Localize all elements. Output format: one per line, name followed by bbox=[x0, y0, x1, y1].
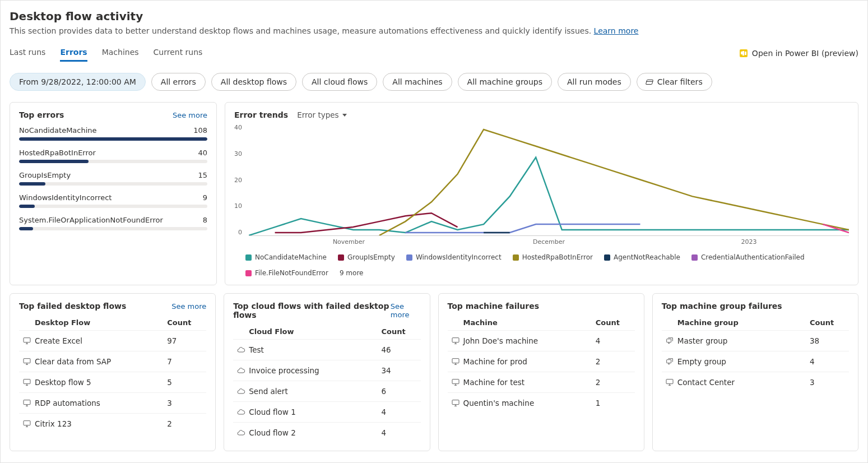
error-count: 108 bbox=[193, 126, 207, 135]
failed-desktop-see-more[interactable]: See more bbox=[171, 302, 206, 311]
legend-label: WindowsIdentityIncorrect bbox=[416, 253, 502, 261]
row-count: 4 bbox=[810, 357, 849, 366]
col-header: Desktop Flow bbox=[19, 318, 167, 327]
error-item[interactable]: NoCandidateMachine108 bbox=[19, 126, 207, 141]
error-item[interactable]: System.FileOrApplicationNotFoundError8 bbox=[19, 216, 207, 230]
table-row[interactable]: RDP automations3 bbox=[19, 392, 206, 413]
table-row[interactable]: Cloud flow 14 bbox=[233, 401, 420, 422]
row-name: Cloud flow 2 bbox=[249, 428, 381, 437]
tab-current-runs[interactable]: Current runs bbox=[154, 44, 203, 62]
error-bar bbox=[19, 137, 207, 141]
monitor-icon bbox=[451, 399, 460, 408]
error-item[interactable]: GroupIsEmpty15 bbox=[19, 171, 207, 186]
legend-item[interactable]: HostedRpaBotInError bbox=[513, 253, 593, 261]
row-count: 5 bbox=[167, 378, 206, 387]
row-count: 4 bbox=[382, 408, 421, 416]
table-row[interactable]: Quentin's machine1 bbox=[448, 392, 635, 413]
failed-cloud-see-more[interactable]: See more bbox=[391, 302, 421, 319]
tab-last-runs[interactable]: Last runs bbox=[10, 44, 45, 62]
legend-swatch bbox=[604, 254, 610, 261]
legend-more[interactable]: 9 more bbox=[340, 269, 364, 277]
table-row[interactable]: Empty group4 bbox=[662, 351, 849, 372]
error-bar bbox=[19, 160, 207, 163]
row-name: Empty group bbox=[677, 357, 810, 366]
error-item[interactable]: HostedRpaBotInError40 bbox=[19, 149, 207, 163]
cloud-icon bbox=[236, 387, 245, 396]
open-in-powerbi-button[interactable]: Open in Power BI (preview) bbox=[740, 49, 858, 58]
error-trends-card: Error trends Error types 403020100 Novem… bbox=[225, 102, 858, 285]
page-title: Desktop flow activity bbox=[10, 10, 858, 23]
filter-all-errors[interactable]: All errors bbox=[151, 73, 206, 91]
legend-label: CredentialAuthenticationFailed bbox=[701, 253, 805, 261]
col-header: Machine bbox=[448, 318, 596, 327]
monitor-icon bbox=[451, 357, 460, 366]
col-header: Count bbox=[810, 318, 849, 327]
monitor-icon bbox=[22, 378, 31, 387]
monitor-icon bbox=[22, 419, 31, 428]
monitor-icon bbox=[22, 336, 31, 345]
table-row[interactable]: Citrix 1232 bbox=[19, 413, 206, 434]
row-count: 1 bbox=[596, 399, 635, 408]
row-name: Master group bbox=[677, 336, 810, 345]
monitor-icon bbox=[451, 378, 460, 387]
row-name: Machine for test bbox=[463, 378, 596, 387]
table-row[interactable]: Desktop flow 55 bbox=[19, 372, 206, 392]
top-group-failures-card: Top machine group failures Machine group… bbox=[652, 293, 858, 451]
legend-item[interactable]: AgentNotReachable bbox=[604, 253, 680, 261]
legend-label: HostedRpaBotInError bbox=[522, 253, 593, 261]
cloud-icon bbox=[236, 366, 245, 375]
legend-swatch bbox=[338, 254, 344, 261]
tabs: Last runsErrorsMachinesCurrent runs bbox=[10, 44, 202, 62]
table-row[interactable]: Create Excel97 bbox=[19, 330, 206, 351]
error-name: GroupIsEmpty bbox=[19, 171, 71, 179]
row-name: RDP automations bbox=[35, 399, 167, 408]
table-row[interactable]: Machine for prod2 bbox=[448, 351, 635, 372]
machine-group-icon bbox=[665, 357, 674, 366]
machine-group-icon bbox=[665, 336, 674, 345]
table-row[interactable]: Machine for test2 bbox=[448, 372, 635, 392]
svg-rect-4 bbox=[24, 421, 30, 425]
chart-x-axis: NovemberDecember2023 bbox=[249, 238, 849, 246]
error-name: HostedRpaBotInError bbox=[19, 149, 96, 157]
top-errors-see-more[interactable]: See more bbox=[173, 111, 207, 119]
table-row[interactable]: Master group38 bbox=[662, 330, 849, 351]
svg-rect-8 bbox=[452, 400, 459, 405]
filter-all-machine-groups[interactable]: All machine groups bbox=[458, 73, 552, 91]
legend-item[interactable]: GroupIsEmpty bbox=[338, 253, 395, 261]
table-row[interactable]: Clear data from SAP7 bbox=[19, 351, 206, 372]
error-types-dropdown[interactable]: Error types bbox=[297, 110, 346, 119]
error-trends-chart bbox=[249, 124, 849, 236]
table-row[interactable]: John Doe's machine4 bbox=[448, 330, 635, 351]
legend-swatch bbox=[245, 254, 252, 261]
top-errors-card: Top errors See more NoCandidateMachine10… bbox=[10, 102, 217, 285]
row-count: 2 bbox=[596, 357, 635, 366]
table-row[interactable]: Send alert6 bbox=[233, 381, 420, 401]
row-count: 3 bbox=[167, 399, 206, 408]
error-item[interactable]: WindowsIdentityIncorrect9 bbox=[19, 193, 207, 208]
filter-all-machines[interactable]: All machines bbox=[383, 73, 452, 91]
table-row[interactable]: Cloud flow 24 bbox=[233, 422, 420, 443]
table-row[interactable]: Invoice processing34 bbox=[233, 360, 420, 381]
row-count: 46 bbox=[382, 345, 421, 354]
svg-rect-2 bbox=[24, 379, 30, 384]
svg-rect-9 bbox=[666, 339, 671, 342]
legend-swatch bbox=[513, 254, 519, 261]
table-row[interactable]: Contact Center3 bbox=[662, 372, 849, 392]
learn-more-link[interactable]: Learn more bbox=[594, 26, 639, 35]
table-row[interactable]: Test46 bbox=[233, 339, 420, 360]
clear-filters-button[interactable]: Clear filters bbox=[637, 73, 712, 91]
row-count: 4 bbox=[596, 336, 635, 345]
legend-item[interactable]: File.FileNotFoundError bbox=[245, 269, 328, 277]
filter-date-pill[interactable]: From 9/28/2022, 12:00:00 AM bbox=[10, 73, 146, 91]
filter-all-desktop-flows[interactable]: All desktop flows bbox=[211, 73, 296, 91]
tab-machines[interactable]: Machines bbox=[102, 44, 139, 62]
legend-item[interactable]: WindowsIdentityIncorrect bbox=[406, 253, 502, 261]
legend-item[interactable]: NoCandidateMachine bbox=[245, 253, 327, 261]
legend-item[interactable]: CredentialAuthenticationFailed bbox=[691, 253, 805, 261]
top-failed-desktop-card: Top failed desktop flows See more Deskto… bbox=[10, 293, 216, 451]
filter-all-run-modes[interactable]: All run modes bbox=[558, 73, 631, 91]
tab-errors[interactable]: Errors bbox=[60, 44, 87, 62]
filter-all-cloud-flows[interactable]: All cloud flows bbox=[302, 73, 377, 91]
error-bar bbox=[19, 227, 207, 230]
legend-label: File.FileNotFoundError bbox=[255, 269, 328, 277]
